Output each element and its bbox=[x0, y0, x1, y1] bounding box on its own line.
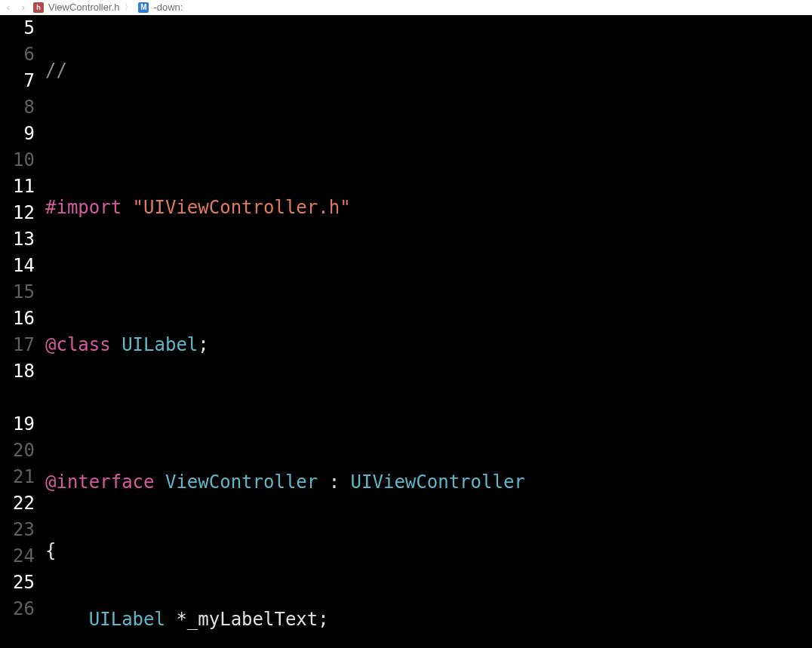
line-number: 5 bbox=[0, 15, 35, 41]
code-line: #import "UIViewController.h" bbox=[45, 195, 812, 221]
line-number: 6 bbox=[0, 41, 35, 68]
code-content[interactable]: // #import "UIViewController.h" @class U… bbox=[45, 15, 812, 648]
nav-forward-icon[interactable]: › bbox=[18, 2, 29, 13]
breadcrumb-file[interactable]: ViewController.h bbox=[48, 0, 119, 15]
line-number: 25 bbox=[0, 570, 35, 596]
code-line: { bbox=[45, 538, 812, 564]
line-number: 18 bbox=[0, 358, 35, 385]
header-file-icon: h bbox=[33, 2, 44, 13]
line-number: 26 bbox=[0, 596, 35, 622]
line-number-gutter: 5 6 7 8 9 10 11 12 13 14 15 16 17 18 19 … bbox=[0, 15, 45, 648]
line-number: 13 bbox=[0, 226, 35, 253]
code-line bbox=[45, 126, 812, 152]
code-line: @interface ViewController : UIViewContro… bbox=[45, 469, 812, 496]
line-number: 10 bbox=[0, 147, 35, 174]
line-number: 8 bbox=[0, 94, 35, 121]
line-number: 19 bbox=[0, 411, 35, 438]
line-number: 16 bbox=[0, 306, 35, 332]
line-number: 7 bbox=[0, 68, 35, 94]
line-number: 24 bbox=[0, 543, 35, 570]
nav-back-icon[interactable]: ‹ bbox=[3, 2, 14, 13]
code-line bbox=[45, 263, 812, 290]
line-number: 12 bbox=[0, 200, 35, 226]
breadcrumb-separator-icon: 〉 bbox=[124, 0, 134, 15]
line-number: 22 bbox=[0, 490, 35, 517]
line-number: 9 bbox=[0, 121, 35, 147]
line-number: 14 bbox=[0, 253, 35, 279]
code-line: @class UILabel; bbox=[45, 332, 812, 358]
method-icon: M bbox=[138, 2, 149, 13]
line-number: 17 bbox=[0, 332, 35, 358]
line-number: 23 bbox=[0, 517, 35, 543]
code-line bbox=[45, 401, 812, 427]
code-line: // bbox=[45, 57, 812, 84]
breadcrumb-method[interactable]: -down: bbox=[153, 0, 183, 15]
line-number: 20 bbox=[0, 438, 35, 464]
breadcrumb-bar: ‹ › h ViewController.h 〉 M -down: bbox=[0, 0, 812, 15]
line-number: 15 bbox=[0, 279, 35, 306]
code-line: UILabel *_myLabelText; bbox=[45, 607, 812, 633]
line-number: 11 bbox=[0, 174, 35, 200]
code-editor[interactable]: 5 6 7 8 9 10 11 12 13 14 15 16 17 18 19 … bbox=[0, 15, 812, 648]
line-number-wrap bbox=[0, 385, 35, 411]
line-number: 21 bbox=[0, 464, 35, 490]
